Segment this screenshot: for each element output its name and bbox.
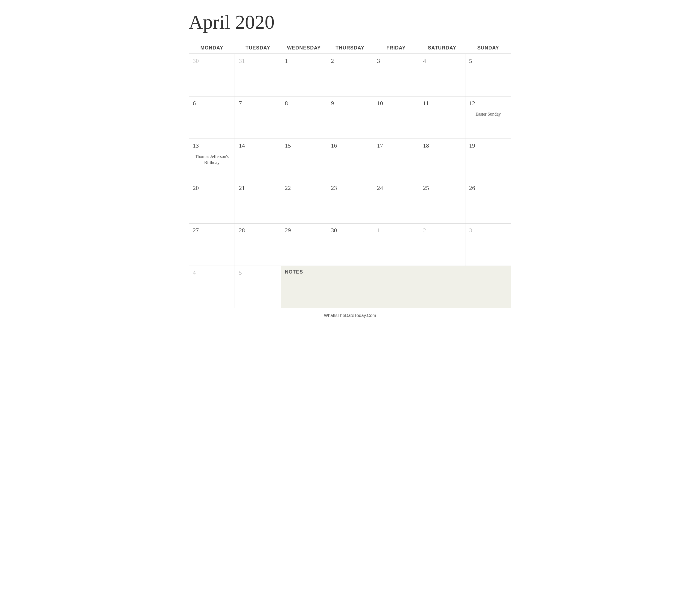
day-number: 20 (193, 184, 231, 191)
day-number: 17 (377, 142, 415, 149)
calendar-day-cell: 25 (419, 181, 465, 223)
calendar-day-cell: 20 (189, 181, 235, 223)
calendar-day-cell: 11 (419, 96, 465, 138)
notes-label: NOTES (285, 269, 303, 275)
day-number: 11 (423, 100, 461, 107)
calendar-day-cell: 5 (235, 266, 281, 308)
calendar-day-cell: 19 (465, 138, 511, 181)
calendar-week-row: 6789101112Easter Sunday (189, 96, 511, 138)
calendar-day-cell: 5 (465, 54, 511, 96)
page-title: April 2020 (189, 11, 511, 34)
day-number: 28 (239, 227, 277, 234)
day-number: 6 (193, 100, 231, 107)
calendar-day-cell: 23 (327, 181, 373, 223)
calendar-day-cell: 30 (189, 54, 235, 96)
calendar-day-cell: 26 (465, 181, 511, 223)
calendar-day-cell: 24 (373, 181, 419, 223)
day-number: 27 (193, 227, 231, 234)
day-number: 1 (285, 57, 323, 64)
day-number: 14 (239, 142, 277, 149)
day-number: 19 (469, 142, 507, 149)
calendar-day-cell: 15 (281, 138, 327, 181)
calendar-week-row: 20212223242526 (189, 181, 511, 223)
calendar-day-cell: 1 (281, 54, 327, 96)
day-number: 4 (423, 57, 461, 64)
calendar-day-cell: 28 (235, 223, 281, 266)
calendar-day-cell: 16 (327, 138, 373, 181)
calendar-day-cell: 31 (235, 54, 281, 96)
calendar-week-row: 27282930123 (189, 223, 511, 266)
column-header-saturday: SATURDAY (419, 42, 465, 54)
day-number: 29 (285, 227, 323, 234)
day-number: 15 (285, 142, 323, 149)
footer-text: WhatIsTheDateToday.Com (189, 313, 511, 318)
calendar-day-cell: 2 (327, 54, 373, 96)
calendar-day-cell: 4 (419, 54, 465, 96)
day-number: 13 (193, 142, 231, 149)
calendar-week-row: 303112345 (189, 54, 511, 96)
day-number: 25 (423, 184, 461, 191)
day-number: 16 (331, 142, 369, 149)
calendar-day-cell: 7 (235, 96, 281, 138)
calendar-week-row: 13Thomas Jefferson's Birthday14151617181… (189, 138, 511, 181)
calendar-day-cell: 8 (281, 96, 327, 138)
calendar-day-cell: 29 (281, 223, 327, 266)
calendar-day-cell: 27 (189, 223, 235, 266)
day-number: 4 (193, 269, 231, 276)
calendar-day-cell: 14 (235, 138, 281, 181)
day-number: 26 (469, 184, 507, 191)
day-number: 5 (239, 269, 277, 276)
calendar-day-cell: 13Thomas Jefferson's Birthday (189, 138, 235, 181)
day-number: 31 (239, 57, 277, 64)
day-number: 7 (239, 100, 277, 107)
column-header-tuesday: TUESDAY (235, 42, 281, 54)
column-header-monday: MONDAY (189, 42, 235, 54)
calendar-day-cell: 18 (419, 138, 465, 181)
day-number: 12 (469, 100, 507, 107)
day-number: 30 (331, 227, 369, 234)
day-number: 1 (377, 227, 415, 234)
calendar-day-cell: 17 (373, 138, 419, 181)
calendar-day-cell: 10 (373, 96, 419, 138)
calendar-day-cell: 30 (327, 223, 373, 266)
calendar-day-cell: 12Easter Sunday (465, 96, 511, 138)
day-number: 5 (469, 57, 507, 64)
column-header-friday: FRIDAY (373, 42, 419, 54)
day-number: 23 (331, 184, 369, 191)
notes-cell: NOTES (281, 266, 511, 308)
day-number: 2 (423, 227, 461, 234)
day-number: 22 (285, 184, 323, 191)
day-number: 8 (285, 100, 323, 107)
day-number: 21 (239, 184, 277, 191)
day-number: 3 (469, 227, 507, 234)
calendar-table: MONDAYTUESDAYWEDNESDAYTHURSDAYFRIDAYSATU… (189, 42, 511, 308)
day-number: 10 (377, 100, 415, 107)
calendar-day-cell: 4 (189, 266, 235, 308)
day-number: 9 (331, 100, 369, 107)
calendar-day-cell: 21 (235, 181, 281, 223)
calendar-header-row: MONDAYTUESDAYWEDNESDAYTHURSDAYFRIDAYSATU… (189, 42, 511, 54)
column-header-wednesday: WEDNESDAY (281, 42, 327, 54)
day-number: 30 (193, 57, 231, 64)
calendar-day-cell: 1 (373, 223, 419, 266)
day-number: 18 (423, 142, 461, 149)
calendar-day-cell: 22 (281, 181, 327, 223)
calendar-day-cell: 2 (419, 223, 465, 266)
calendar-last-row: 45NOTES (189, 266, 511, 308)
event-text: Easter Sunday (469, 111, 507, 117)
column-header-thursday: THURSDAY (327, 42, 373, 54)
calendar-day-cell: 3 (465, 223, 511, 266)
calendar-day-cell: 3 (373, 54, 419, 96)
event-text: Thomas Jefferson's Birthday (193, 154, 231, 166)
day-number: 24 (377, 184, 415, 191)
day-number: 3 (377, 57, 415, 64)
column-header-sunday: SUNDAY (465, 42, 511, 54)
day-number: 2 (331, 57, 369, 64)
calendar-day-cell: 6 (189, 96, 235, 138)
calendar-day-cell: 9 (327, 96, 373, 138)
